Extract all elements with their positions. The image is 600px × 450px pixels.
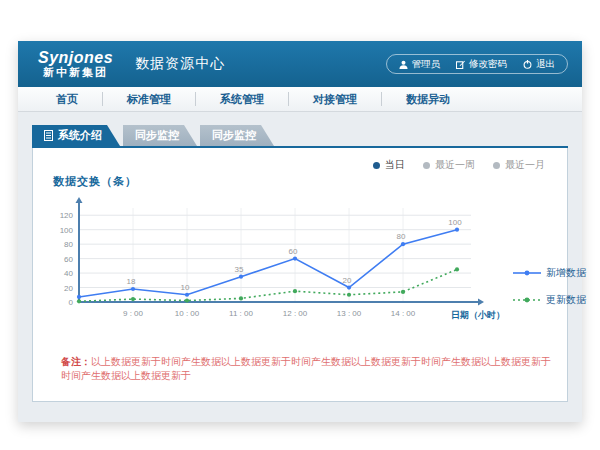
svg-text:14 : 00: 14 : 00 — [391, 309, 416, 318]
range-filter-group: 当日 最近一周 最近一月 — [373, 158, 545, 172]
tab-sync-monitor-1[interactable]: 同步监控 — [123, 125, 197, 146]
range-filter-today[interactable]: 当日 — [373, 158, 405, 172]
svg-text:40: 40 — [64, 269, 73, 278]
range-filter-last-week[interactable]: 最近一周 — [423, 158, 475, 172]
nav-item-data-change[interactable]: 数据异动 — [382, 92, 474, 106]
tab-label: 同步监控 — [135, 128, 179, 143]
svg-text:10 : 00: 10 : 00 — [175, 309, 200, 318]
svg-text:日期（小时）: 日期（小时） — [451, 310, 505, 320]
edit-icon — [456, 60, 465, 69]
change-password-button[interactable]: 修改密码 — [456, 58, 507, 71]
tab-label: 系统介绍 — [58, 128, 102, 143]
nav-item-interface-mgmt[interactable]: 对接管理 — [289, 92, 382, 106]
svg-text:0: 0 — [69, 298, 74, 307]
user-toolbar: 管理员 修改密码 退出 — [386, 54, 569, 74]
line-chart: 0204060801001209 : 0010 : 0011 : 0012 : … — [45, 194, 507, 336]
note-text: 以上数据更新于时间产生数据以上数据更新于时间产生数据以上数据更新于时间产生数据以… — [61, 356, 551, 381]
content-area: 系统介绍 同步监控 同步监控 当日 最近一周 — [18, 112, 582, 402]
change-password-label: 修改密码 — [469, 58, 507, 71]
dotted-line-swatch-icon — [513, 295, 541, 305]
page-title: 数据资源中心 — [135, 55, 225, 73]
svg-text:100: 100 — [448, 218, 462, 227]
y-axis-title: 数据交换（条） — [53, 174, 137, 189]
tab-sync-monitor-2[interactable]: 同步监控 — [200, 125, 274, 146]
brand-logo-cn: 新中新集团 — [38, 67, 113, 79]
legend-item-update-data[interactable]: 更新数据 — [513, 293, 587, 307]
tab-bar: 系统介绍 同步监控 同步监控 — [32, 125, 568, 146]
svg-text:9 : 00: 9 : 00 — [123, 309, 144, 318]
svg-text:11 : 00: 11 : 00 — [229, 309, 253, 318]
user-name-label: 管理员 — [412, 58, 441, 71]
svg-text:18: 18 — [127, 277, 136, 286]
svg-text:13 : 00: 13 : 00 — [337, 309, 362, 318]
radio-dot-icon — [423, 162, 430, 169]
tab-system-intro[interactable]: 系统介绍 — [32, 125, 120, 146]
brand-logo: Synjones 新中新集团 — [38, 50, 113, 78]
svg-text:35: 35 — [235, 265, 244, 274]
chart-legend: 新增数据 更新数据 — [513, 194, 587, 336]
chart-panel: 当日 最近一周 最近一月 数据交换（条） 0204060801001209 : … — [32, 148, 568, 402]
legend-label: 更新数据 — [546, 293, 586, 307]
app-header: Synjones 新中新集团 数据资源中心 管理员 修改密码 退出 — [18, 41, 582, 87]
document-icon — [44, 130, 53, 141]
svg-text:60: 60 — [289, 247, 298, 256]
legend-item-new-data[interactable]: 新增数据 — [513, 266, 587, 280]
power-icon — [523, 60, 532, 69]
tab-label: 同步监控 — [212, 128, 256, 143]
app-window: Synjones 新中新集团 数据资源中心 管理员 修改密码 退出 首页 标准管… — [18, 41, 582, 422]
svg-text:80: 80 — [397, 232, 406, 241]
range-filter-label: 最近一月 — [505, 158, 545, 172]
radio-dot-icon — [493, 162, 500, 169]
range-filter-label: 当日 — [385, 158, 405, 172]
svg-text:10: 10 — [181, 283, 190, 292]
range-filter-label: 最近一周 — [435, 158, 475, 172]
user-menu[interactable]: 管理员 — [399, 58, 441, 71]
legend-label: 新增数据 — [546, 266, 586, 280]
svg-text:60: 60 — [64, 255, 73, 264]
svg-text:100: 100 — [60, 226, 74, 235]
solid-line-swatch-icon — [513, 268, 541, 278]
radio-dot-icon — [373, 162, 380, 169]
chart-row: 0204060801001209 : 0010 : 0011 : 0012 : … — [45, 194, 587, 336]
svg-text:120: 120 — [60, 211, 74, 220]
svg-text:12 : 00: 12 : 00 — [283, 309, 308, 318]
range-filter-last-month[interactable]: 最近一月 — [493, 158, 545, 172]
svg-text:20: 20 — [64, 284, 73, 293]
user-icon — [399, 60, 408, 69]
note-label: 备注： — [61, 356, 91, 367]
logout-label: 退出 — [536, 58, 555, 71]
nav-item-system-mgmt[interactable]: 系统管理 — [196, 92, 289, 106]
footer-note: 备注：以上数据更新于时间产生数据以上数据更新于时间产生数据以上数据更新于时间产生… — [61, 355, 551, 383]
svg-text:20: 20 — [343, 276, 352, 285]
nav-item-home[interactable]: 首页 — [32, 92, 103, 106]
brand-logo-en: Synjones — [38, 50, 113, 67]
svg-text:80: 80 — [64, 240, 73, 249]
logout-button[interactable]: 退出 — [523, 58, 555, 71]
main-nav: 首页 标准管理 系统管理 对接管理 数据异动 — [18, 87, 582, 112]
nav-item-standard-mgmt[interactable]: 标准管理 — [103, 92, 196, 106]
